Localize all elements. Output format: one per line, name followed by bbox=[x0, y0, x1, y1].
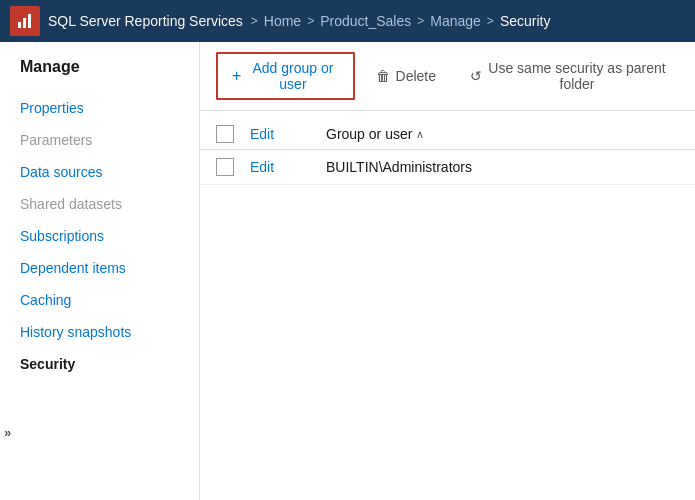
breadcrumb-home[interactable]: Home bbox=[264, 13, 301, 29]
delete-button[interactable]: 🗑 Delete bbox=[363, 61, 449, 91]
app-name: SQL Server Reporting Services bbox=[48, 13, 243, 29]
breadcrumb-security: Security bbox=[500, 13, 551, 29]
breadcrumb-sep-3: > bbox=[487, 14, 494, 28]
use-same-security-button[interactable]: ↺ Use same security as parent folder bbox=[457, 53, 679, 99]
group-col-label: Group or user bbox=[326, 126, 412, 142]
trash-icon: 🗑 bbox=[376, 68, 390, 84]
navbar: SQL Server Reporting Services > Home > P… bbox=[0, 0, 695, 42]
svg-rect-0 bbox=[18, 22, 21, 28]
table-row: Edit BUILTIN\Administrators bbox=[200, 150, 695, 185]
group-column-header: Group or user ∧ bbox=[326, 126, 424, 142]
sidebar-item-caching[interactable]: Caching bbox=[0, 284, 199, 316]
sidebar-item-dependent-items[interactable]: Dependent items bbox=[0, 252, 199, 284]
sidebar-item-shared-datasets: Shared datasets bbox=[0, 188, 199, 220]
svg-rect-1 bbox=[23, 18, 26, 28]
header-checkbox[interactable] bbox=[216, 125, 234, 143]
row-user-0: BUILTIN\Administrators bbox=[326, 159, 472, 175]
row-edit-link-0[interactable]: Edit bbox=[250, 159, 310, 175]
breadcrumb-product-sales[interactable]: Product_Sales bbox=[320, 13, 411, 29]
use-same-label: Use same security as parent folder bbox=[488, 60, 666, 92]
sidebar-title: Manage bbox=[0, 58, 199, 92]
breadcrumb-sep-1: > bbox=[307, 14, 314, 28]
delete-label: Delete bbox=[396, 68, 436, 84]
breadcrumb-sep-2: > bbox=[417, 14, 424, 28]
row-checkbox-0[interactable] bbox=[216, 158, 234, 176]
security-table: Edit Group or user ∧ Edit BUILTIN\Admini… bbox=[200, 111, 695, 193]
sidebar-item-properties[interactable]: Properties bbox=[0, 92, 199, 124]
breadcrumb-manage[interactable]: Manage bbox=[430, 13, 481, 29]
toolbar: + Add group or user 🗑 Delete ↺ Use same … bbox=[200, 42, 695, 111]
sidebar: Manage Properties Parameters Data source… bbox=[0, 42, 200, 500]
add-group-label: Add group or user bbox=[247, 60, 338, 92]
svg-rect-2 bbox=[28, 14, 31, 28]
add-group-button[interactable]: + Add group or user bbox=[216, 52, 355, 100]
sort-arrow-icon[interactable]: ∧ bbox=[416, 128, 424, 141]
breadcrumb-sep-0: > bbox=[251, 14, 258, 28]
main-layout: Manage Properties Parameters Data source… bbox=[0, 42, 695, 500]
sidebar-item-history-snapshots[interactable]: History snapshots bbox=[0, 316, 199, 348]
refresh-icon: ↺ bbox=[470, 68, 482, 84]
sidebar-item-security[interactable]: Security bbox=[0, 348, 199, 380]
plus-icon: + bbox=[232, 67, 241, 85]
sidebar-item-parameters: Parameters bbox=[0, 124, 199, 156]
edit-column-header: Edit bbox=[250, 126, 310, 142]
sidebar-item-data-sources[interactable]: Data sources bbox=[0, 156, 199, 188]
breadcrumb: > Home > Product_Sales > Manage > Securi… bbox=[251, 13, 551, 29]
table-header: Edit Group or user ∧ bbox=[200, 119, 695, 150]
sidebar-item-subscriptions[interactable]: Subscriptions bbox=[0, 220, 199, 252]
content-area: + Add group or user 🗑 Delete ↺ Use same … bbox=[200, 42, 695, 500]
app-logo bbox=[10, 6, 40, 36]
sidebar-expand-icon[interactable]: » bbox=[4, 425, 11, 440]
